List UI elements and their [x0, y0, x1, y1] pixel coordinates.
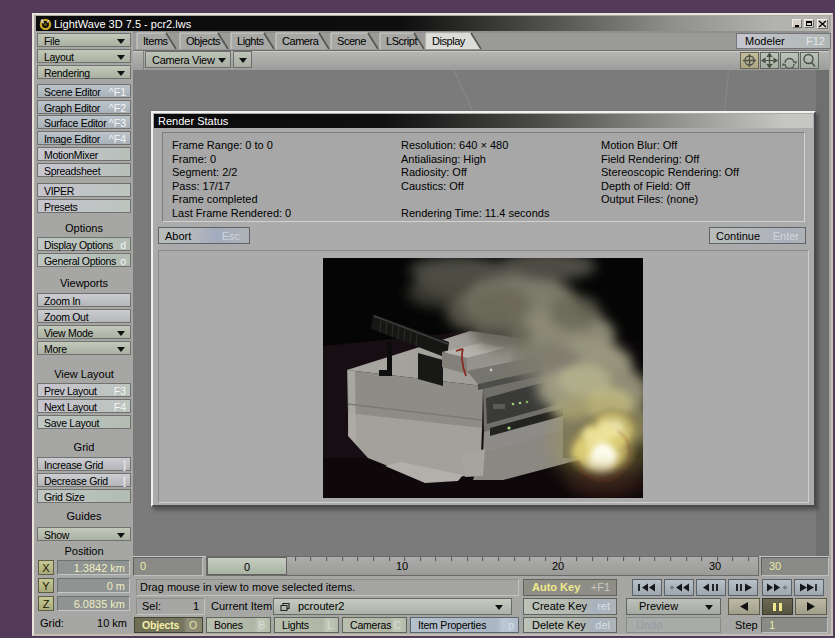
svg-text:Items: Items	[143, 35, 169, 47]
svg-text:Lights: Lights	[237, 35, 265, 47]
svg-text:LScript: LScript	[386, 35, 417, 47]
svg-text:Objects: Objects	[186, 35, 221, 47]
svg-text:Display: Display	[432, 35, 466, 47]
svg-text:Camera: Camera	[282, 35, 320, 47]
svg-text:Scene: Scene	[337, 35, 366, 47]
